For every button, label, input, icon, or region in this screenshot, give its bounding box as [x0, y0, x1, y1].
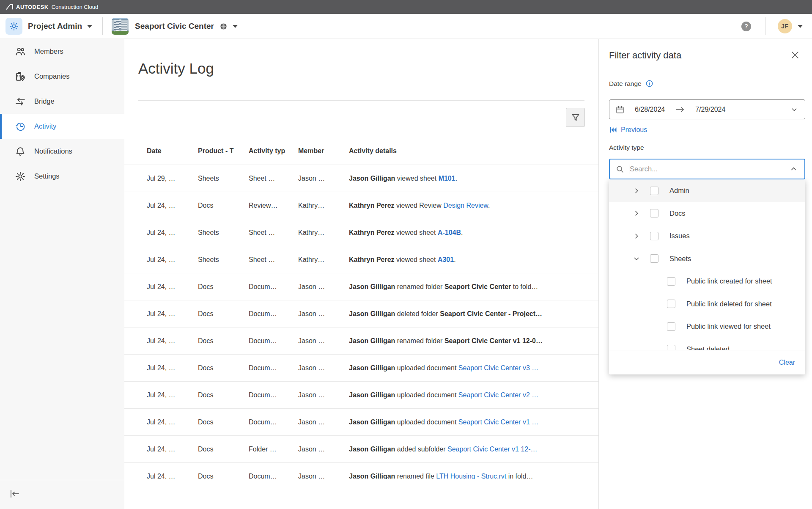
member-cell: Jason …	[298, 337, 349, 345]
column-header[interactable]: Activity details	[349, 147, 598, 155]
date-cell: Jul 24, …	[147, 446, 198, 453]
date-range-input[interactable]: 6/28/2024 7/29/2024	[609, 99, 805, 119]
sidebar-item-label: Settings	[34, 172, 60, 180]
member-cell: Jason …	[298, 446, 349, 453]
activity-details-cell: Jason Gilligan added subfolder Seaport C…	[349, 446, 598, 453]
product-cell: Docs	[198, 391, 249, 399]
chevron-up-icon[interactable]	[790, 165, 798, 173]
avatar[interactable]: JF	[778, 19, 792, 33]
tree-item-issues[interactable]: Issues	[609, 225, 805, 248]
help-button[interactable]: ?	[741, 22, 751, 31]
tree-item-sheets[interactable]: Sheets	[609, 248, 805, 270]
project-thumbnail[interactable]	[112, 18, 129, 35]
checkbox[interactable]	[667, 300, 675, 308]
activity-details-cell: Jason Gilligan uploaded document Seaport…	[349, 364, 598, 372]
table-row[interactable]: Jul 24, …SheetsSheet …Kathry…Kathryn Per…	[124, 246, 598, 273]
chevron-down-icon[interactable]	[790, 106, 798, 113]
sidebar-item-notifications[interactable]: Notifications	[0, 139, 124, 164]
table-row[interactable]: Jul 24, …DocsDocum…Jason …Jason Gilligan…	[124, 355, 598, 382]
tree-subitem[interactable]: Public link deleted for sheet	[609, 293, 805, 316]
tree-subitem[interactable]: Sheet deleted	[609, 338, 805, 350]
chevron-down-icon[interactable]	[87, 25, 92, 28]
detail-link[interactable]: A301	[438, 256, 454, 263]
activity-details-cell: Kathryn Perez viewed sheet A301.	[349, 256, 598, 264]
tree-item-label: Docs	[669, 209, 686, 217]
checkbox[interactable]	[650, 232, 658, 240]
chevron-down-icon[interactable]	[233, 25, 238, 28]
table-row[interactable]: Jul 29, …SheetsSheet …Jason …Jason Gilli…	[124, 165, 598, 192]
project-selector[interactable]: Seaport Civic Center	[135, 22, 214, 31]
detail-link[interactable]: A-104B	[438, 229, 461, 236]
activity-type-search-input[interactable]: Search...	[609, 159, 805, 179]
checkbox[interactable]	[667, 277, 675, 286]
column-header[interactable]: Date	[147, 147, 198, 155]
table-row[interactable]: Jul 24, …DocsDocum…Jason …Jason Gilligan…	[124, 273, 598, 300]
tree-item-admin[interactable]: Admin	[609, 179, 805, 202]
date-start-value[interactable]: 6/28/2024	[635, 106, 665, 113]
detail-link[interactable]: Seaport Civic Center v3 …	[458, 364, 538, 371]
table-row[interactable]: Jul 24, …DocsDocum…Jason …Jason Gilligan…	[124, 463, 598, 479]
tree-item-label: Issues	[669, 232, 690, 240]
table-row[interactable]: Jul 24, …SheetsSheet …Kathry…Kathryn Per…	[124, 219, 598, 246]
module-switcher[interactable]: Project Admin	[28, 22, 82, 31]
module-icon-badge[interactable]	[5, 18, 22, 35]
tree-subitem-label: Public link viewed for sheet	[686, 322, 771, 330]
checkbox[interactable]	[650, 254, 658, 263]
sidebar-item-companies[interactable]: Companies	[0, 64, 124, 89]
activity-type-cell: Docum…	[249, 337, 298, 345]
close-icon	[790, 50, 800, 60]
column-header[interactable]: Member	[298, 147, 349, 155]
tree-subitem[interactable]: Public link viewed for sheet	[609, 315, 805, 338]
member-cell: Jason …	[298, 175, 349, 182]
chevron-down-icon[interactable]	[633, 255, 640, 262]
info-icon[interactable]	[645, 80, 653, 88]
date-cell: Jul 24, …	[147, 256, 198, 264]
table-row[interactable]: Jul 24, …DocsDocum…Jason …Jason Gilligan…	[124, 382, 598, 409]
close-panel-button[interactable]	[789, 49, 801, 61]
sidebar-item-settings[interactable]: Settings	[0, 164, 124, 189]
date-cell: Jul 24, …	[147, 202, 198, 209]
checkbox[interactable]	[667, 322, 675, 331]
activity-details-cell: Kathryn Perez viewed Review Design Revie…	[349, 202, 598, 209]
collapse-sidebar-button[interactable]	[8, 488, 21, 500]
header-divider	[102, 17, 103, 35]
checkbox[interactable]	[667, 345, 675, 350]
member-cell: Jason …	[298, 364, 349, 372]
tree-subitem[interactable]: Public link created for sheet	[609, 270, 805, 293]
sidebar-item-activity[interactable]: Activity	[0, 114, 124, 139]
table-row[interactable]: Jul 24, …DocsDocum…Jason …Jason Gilligan…	[124, 409, 598, 436]
detail-link[interactable]: Seaport Civic Center v1 …	[458, 418, 538, 426]
table-row[interactable]: Jul 24, …DocsReview…Kathry…Kathryn Perez…	[124, 192, 598, 219]
member-cell: Jason …	[298, 391, 349, 399]
chevron-down-icon[interactable]	[798, 25, 803, 28]
tree-item-docs[interactable]: Docs	[609, 202, 805, 225]
sidebar-item-bridge[interactable]: Bridge	[0, 89, 124, 114]
detail-link[interactable]: LTH Housing - Struc.rvt	[436, 473, 506, 479]
chevron-right-icon[interactable]	[633, 233, 640, 239]
detail-link[interactable]: Seaport Civic Center v2 …	[458, 391, 538, 399]
table-row[interactable]: Jul 24, …DocsDocum…Jason …Jason Gilligan…	[124, 300, 598, 327]
activity-details-cell: Jason Gilligan deleted folder Seaport Ci…	[349, 310, 598, 318]
activity-details-cell: Jason Gilligan renamed folder Seaport Ci…	[349, 283, 598, 291]
clear-button[interactable]: Clear	[779, 359, 795, 366]
table-row[interactable]: Jul 24, …DocsFolder …Jason …Jason Gillig…	[124, 436, 598, 463]
checkbox[interactable]	[650, 209, 658, 217]
chevron-right-icon[interactable]	[633, 210, 640, 217]
column-header[interactable]: Activity typ	[249, 147, 298, 155]
table-row[interactable]: Jul 24, …DocsDocum…Jason …Jason Gilligan…	[124, 327, 598, 355]
date-cell: Jul 29, …	[147, 175, 198, 182]
chevron-right-icon[interactable]	[633, 187, 640, 194]
activity-type-cell: Docum…	[249, 283, 298, 291]
previous-range-link[interactable]: Previous	[609, 125, 647, 135]
detail-link[interactable]: M101	[439, 175, 455, 182]
sidebar-item-label: Members	[34, 47, 63, 55]
filter-button[interactable]	[566, 108, 585, 127]
date-end-value[interactable]: 7/29/2024	[695, 106, 725, 113]
sidebar-item-members[interactable]: Members	[0, 39, 124, 64]
detail-link[interactable]: Seaport Civic Center v1 12-…	[447, 446, 538, 453]
checkbox[interactable]	[650, 187, 658, 195]
detail-link[interactable]: Design Review	[443, 202, 488, 209]
column-header[interactable]: Product - T	[198, 147, 249, 155]
activity-type-cell: Review…	[249, 202, 298, 209]
activity-type-cell: Docum…	[249, 473, 298, 479]
